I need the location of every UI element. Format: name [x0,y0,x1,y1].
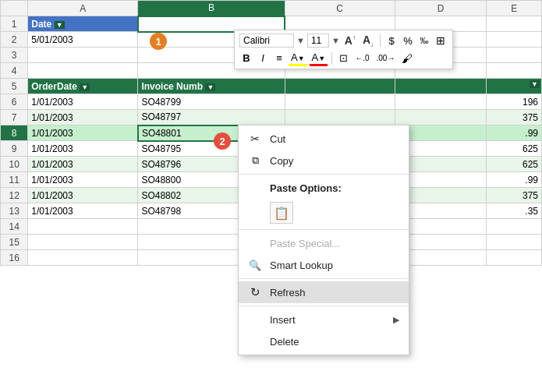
insert-arrow-icon: ▶ [393,315,399,325]
context-menu-paste-special[interactable]: Paste Special... [239,232,409,254]
cell-7c[interactable] [285,110,395,125]
col-header-e[interactable]: E [487,1,542,16]
cell-3a[interactable] [28,48,138,63]
font-color-button[interactable]: A▼ [310,51,328,66]
font-size-display[interactable]: 11 [307,34,329,48]
cell-13e[interactable]: .35 [487,203,542,219]
row-header-7: 7 [1,110,28,125]
cell-12a[interactable]: 1/01/2003 [28,188,138,203]
borders-outline-button[interactable]: ⊡ [336,51,350,65]
cell-8e[interactable]: .99 [487,125,542,141]
cell-6a[interactable]: 1/01/2003 [28,94,138,110]
highlight-color-button[interactable]: A▼ [289,51,307,66]
cell-14e[interactable] [487,219,542,235]
cell-4a[interactable] [28,63,138,79]
cell-2a[interactable]: 5/01/2003 [28,32,138,48]
copy-label: Copy [270,155,399,167]
refresh-icon: ↻ [248,285,262,299]
mini-toolbar: Calibri ▼ 11 ▼ A↑ A↓ $ % ‰ ⊞ B I ≡ A▼ A▼… [234,30,453,69]
paste-options-label: Paste Options: [270,182,399,194]
separator-lookup [239,278,409,279]
separator-copy [239,174,409,175]
row-header-12: 12 [1,188,28,203]
cell-9e[interactable]: 625 [487,141,542,157]
paste-special-icon [248,236,262,250]
cell-15e[interactable] [487,235,542,250]
font-grow-button[interactable]: A↑ [342,34,358,48]
font-name-dropdown[interactable]: ▼ [296,36,305,45]
delete-icon [248,334,262,348]
cell-7a[interactable]: 1/01/2003 [28,110,138,125]
cell-5a[interactable]: OrderDate ▼ [28,79,138,94]
copy-icon: ⧉ [248,154,262,168]
cell-5d[interactable] [395,79,487,94]
col-header-a[interactable]: A [28,1,138,16]
increase-decimal-button[interactable]: .00→ [374,53,398,63]
cell-11e[interactable]: .99 [487,172,542,188]
cell-13a[interactable]: 1/01/2003 [28,203,138,219]
italic-button[interactable]: I [256,51,270,65]
cell-6d[interactable] [395,94,487,110]
cell-3e[interactable] [487,48,542,63]
table-row: 7 1/01/2003 SO48797 375 [1,110,542,125]
comma-button[interactable]: ‰ [417,35,431,46]
font-name-display[interactable]: Calibri [239,34,294,48]
context-menu-copy[interactable]: ⧉ Copy [239,150,409,171]
smart-lookup-label: Smart Lookup [270,260,399,271]
paste-options-icon [248,181,262,195]
table-row: 6 1/01/2003 SO48799 196 [1,94,542,110]
context-menu-smart-lookup[interactable]: 🔍 Smart Lookup [239,254,409,276]
format-painter-button[interactable]: 🖌 [399,51,415,65]
context-menu-insert[interactable]: Insert ▶ [239,309,409,330]
borders-button[interactable]: ⊞ [434,34,448,48]
decrease-decimal-button[interactable]: ←.0 [352,53,371,63]
cell-9a[interactable]: 1/01/2003 [28,141,138,157]
context-menu-cut[interactable]: ✂ Cut [239,128,409,150]
refresh-label: Refresh [270,287,399,298]
col-header-c[interactable]: C [285,1,395,16]
font-shrink-button[interactable]: A↓ [360,33,376,49]
cell-10a[interactable]: 1/01/2003 [28,157,138,172]
context-menu-paste-options-header: Paste Options: [239,177,409,199]
cell-4e[interactable] [487,63,542,79]
row-header-2: 2 [1,32,28,48]
row-header-5: 5 [1,79,28,94]
cell-1e[interactable] [487,16,542,32]
cell-2e[interactable] [487,32,542,48]
paste-icon-clipboard[interactable]: 📋 [270,202,293,224]
context-menu-delete[interactable]: Delete [239,330,409,352]
cell-1a[interactable]: Date ▼ [28,16,138,32]
cell-16e[interactable] [487,250,542,266]
cell-11a[interactable]: 1/01/2003 [28,172,138,188]
cell-8a[interactable]: 1/01/2003 [28,125,138,141]
col-header-b[interactable]: B [138,1,285,16]
cell-5b[interactable]: Invoice Numb ▼ [138,79,285,94]
col-header-d[interactable]: D [395,1,487,16]
align-button[interactable]: ≡ [272,51,286,65]
cell-12e[interactable]: 375 [487,188,542,203]
cell-6e[interactable]: 196 [487,94,542,110]
cell-7e[interactable]: 375 [487,110,542,125]
separator-1 [380,34,381,47]
context-menu-refresh[interactable]: ↻ Refresh [239,281,409,303]
separator-refresh [239,305,409,306]
font-size-dropdown[interactable]: ▼ [331,36,340,45]
cell-16a[interactable] [28,250,138,266]
row-header-10: 10 [1,157,28,172]
row-header-3: 3 [1,48,28,63]
cell-5c[interactable] [285,79,395,94]
spreadsheet: A B C D E 1 Date ▼ 2 5/01/2003 [0,0,542,392]
currency-button[interactable]: $ [384,34,399,48]
cell-15a[interactable] [28,235,138,250]
cell-6b[interactable]: SO48799 [138,94,285,110]
cell-7d[interactable] [395,110,487,125]
paste-clipboard-icon: 📋 [274,206,289,221]
row-header-1: 1 [1,16,28,32]
cell-5e[interactable]: ▼ [487,79,542,94]
bold-button[interactable]: B [239,51,253,65]
cell-10e[interactable]: 625 [487,157,542,172]
cell-14a[interactable] [28,219,138,235]
percent-button[interactable]: % [401,34,415,48]
cell-7b[interactable]: SO48797 [138,110,285,125]
cell-6c[interactable] [285,94,395,110]
